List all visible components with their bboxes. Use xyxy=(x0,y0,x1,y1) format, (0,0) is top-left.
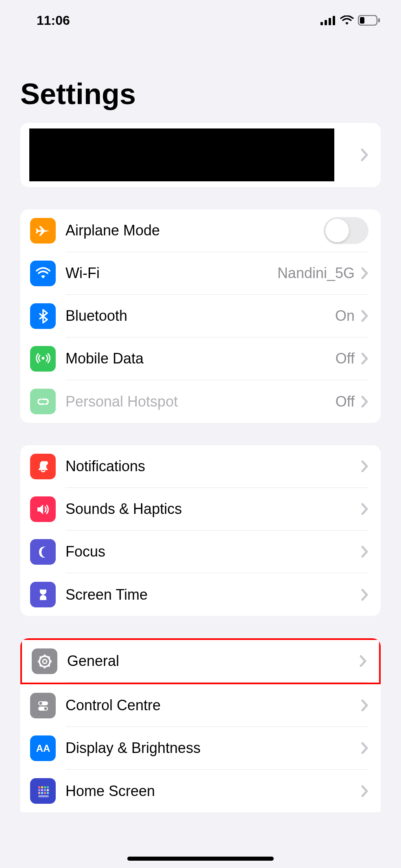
row-value: Nandini_5G xyxy=(277,265,355,282)
settings-group-notifications: Notifications Sounds & Haptics Focus Scr… xyxy=(20,445,381,616)
row-bluetooth[interactable]: Bluetooth On xyxy=(20,295,381,337)
svg-rect-30 xyxy=(44,789,46,791)
wifi-status-icon xyxy=(340,15,354,25)
chevron-right-icon xyxy=(361,503,368,515)
row-home-screen[interactable]: Home Screen xyxy=(20,770,381,812)
profile-row[interactable] xyxy=(20,123,381,187)
svg-point-20 xyxy=(39,702,42,705)
row-label: Home Screen xyxy=(65,783,361,800)
svg-rect-34 xyxy=(44,792,46,794)
row-label: Sounds & Haptics xyxy=(65,500,361,518)
svg-rect-3 xyxy=(333,16,335,25)
bell-icon xyxy=(30,454,56,479)
row-focus[interactable]: Focus xyxy=(20,531,381,573)
cellular-signal-icon xyxy=(320,15,336,25)
row-airplane-mode[interactable]: Airplane Mode xyxy=(20,209,381,252)
row-mobile-data[interactable]: Mobile Data Off xyxy=(20,337,381,380)
svg-rect-31 xyxy=(47,789,49,791)
wifi-icon xyxy=(30,261,56,286)
svg-point-10 xyxy=(43,659,47,664)
chevron-right-icon xyxy=(361,546,368,558)
chevron-right-icon xyxy=(361,310,368,322)
svg-rect-5 xyxy=(360,17,364,24)
row-value: Off xyxy=(336,393,355,410)
profile-redacted-block xyxy=(29,128,334,181)
svg-rect-35 xyxy=(47,792,49,794)
antenna-icon xyxy=(30,346,56,372)
svg-rect-2 xyxy=(329,18,331,25)
row-personal-hotspot[interactable]: Personal Hotspot Off xyxy=(20,380,381,423)
row-general[interactable]: General xyxy=(20,638,381,684)
chevron-right-icon xyxy=(361,460,368,472)
homegrid-icon xyxy=(30,778,56,804)
home-indicator[interactable] xyxy=(127,857,274,861)
page-title: Settings xyxy=(0,33,401,123)
aa-icon: AA xyxy=(30,735,56,761)
chevron-right-icon xyxy=(360,655,367,667)
row-label: Focus xyxy=(65,543,361,560)
row-label: Notifications xyxy=(65,458,361,475)
chevron-right-icon xyxy=(361,352,368,365)
svg-rect-28 xyxy=(38,789,40,791)
svg-text:AA: AA xyxy=(36,743,50,754)
row-display-brightness[interactable]: AA Display & Brightness xyxy=(20,727,381,770)
gear-icon xyxy=(32,648,57,674)
row-screen-time[interactable]: Screen Time xyxy=(20,573,381,616)
airplane-icon xyxy=(30,218,56,244)
status-icons xyxy=(320,15,381,26)
row-value: On xyxy=(335,307,355,324)
toggle-knob xyxy=(325,219,349,242)
svg-rect-33 xyxy=(41,792,43,794)
row-label: Screen Time xyxy=(65,586,361,603)
chevron-right-icon xyxy=(360,148,368,162)
svg-rect-1 xyxy=(325,20,327,25)
status-bar: 11:06 xyxy=(0,0,401,33)
bluetooth-icon xyxy=(30,303,56,329)
row-notifications[interactable]: Notifications xyxy=(20,445,381,488)
chevron-right-icon xyxy=(361,699,368,711)
row-label: Mobile Data xyxy=(65,350,336,367)
row-label: Display & Brightness xyxy=(65,740,361,757)
svg-point-8 xyxy=(44,461,48,465)
svg-point-7 xyxy=(41,357,44,359)
row-sounds[interactable]: Sounds & Haptics xyxy=(20,488,381,531)
status-time: 11:06 xyxy=(37,13,70,28)
svg-point-22 xyxy=(44,707,47,710)
row-label: Control Centre xyxy=(65,697,361,714)
chevron-right-icon xyxy=(361,742,368,754)
svg-rect-27 xyxy=(47,786,49,788)
chevron-right-icon xyxy=(361,267,368,279)
chevron-right-icon xyxy=(361,785,368,797)
svg-rect-24 xyxy=(38,786,40,788)
row-value: Off xyxy=(336,350,355,367)
svg-line-17 xyxy=(48,657,50,658)
svg-rect-36 xyxy=(38,795,49,797)
svg-rect-25 xyxy=(41,786,43,788)
hotspot-icon xyxy=(30,389,56,414)
svg-rect-26 xyxy=(44,786,46,788)
svg-rect-32 xyxy=(38,792,40,794)
hourglass-icon xyxy=(30,582,56,607)
row-label: General xyxy=(67,653,360,670)
chevron-right-icon xyxy=(361,589,368,601)
row-label: Bluetooth xyxy=(65,307,335,324)
row-label: Personal Hotspot xyxy=(65,393,336,410)
svg-line-16 xyxy=(48,665,50,666)
svg-line-18 xyxy=(40,665,41,666)
speaker-icon xyxy=(30,496,56,522)
svg-rect-6 xyxy=(378,18,380,22)
settings-group-connectivity: Airplane Mode Wi-Fi Nandini_5G Bluetooth… xyxy=(20,209,381,423)
toggles-icon xyxy=(30,693,56,718)
row-label: Airplane Mode xyxy=(65,222,324,239)
svg-rect-0 xyxy=(320,22,323,25)
chevron-right-icon xyxy=(361,396,368,408)
row-label: Wi-Fi xyxy=(65,265,277,282)
row-control-centre[interactable]: Control Centre xyxy=(20,684,381,727)
svg-rect-29 xyxy=(41,789,43,791)
settings-group-general: General Control Centre AA Display & Brig… xyxy=(20,638,381,812)
svg-line-15 xyxy=(40,657,41,658)
battery-low-icon xyxy=(358,15,381,26)
airplane-toggle[interactable] xyxy=(324,217,368,244)
moon-icon xyxy=(30,539,56,565)
row-wifi[interactable]: Wi-Fi Nandini_5G xyxy=(20,252,381,295)
